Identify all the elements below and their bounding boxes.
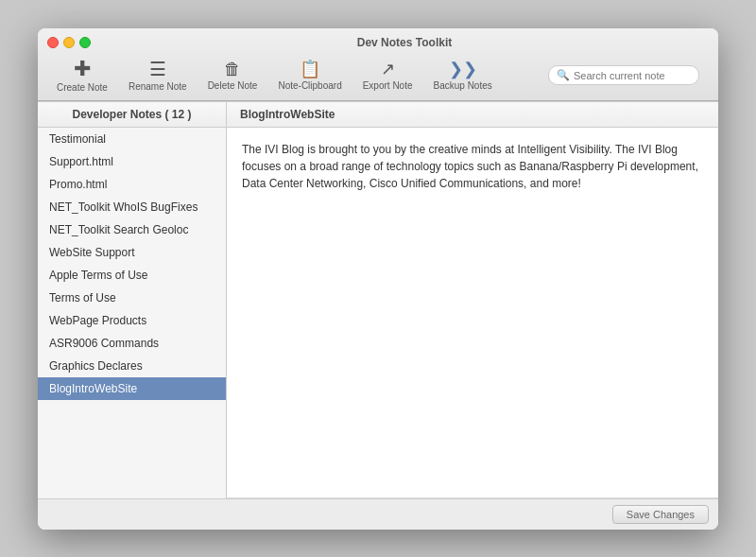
sidebar-item-item-6[interactable]: WebSite Support bbox=[38, 241, 226, 264]
sidebar-item-item-12[interactable]: BlogIntroWebSite bbox=[38, 377, 226, 400]
backup-notes-button[interactable]: ❯❯ Backup Notes bbox=[434, 61, 492, 91]
delete-note-button[interactable]: 🗑 Delete Note bbox=[208, 61, 258, 91]
create-note-label: Create Note bbox=[57, 82, 108, 93]
sidebar-item-item-4[interactable]: NET_Toolkit WhoIS BugFixes bbox=[38, 196, 226, 218]
toolbar-buttons: ✚ Create Note ☰ Rename Note 🗑 Delete Not… bbox=[57, 59, 548, 93]
sidebar-item-item-9[interactable]: WebPage Products bbox=[38, 309, 226, 332]
note-header: BlogIntroWebSite bbox=[227, 102, 718, 127]
rename-note-icon: ☰ bbox=[149, 60, 166, 78]
sidebar-item-item-10[interactable]: ASR9006 Commands bbox=[38, 332, 226, 355]
create-note-button[interactable]: ✚ Create Note bbox=[57, 59, 108, 93]
export-note-button[interactable]: ↗ Export Note bbox=[363, 61, 413, 91]
pane-header: Developer Notes ( 12 ) BlogIntroWebSite bbox=[38, 102, 718, 128]
sidebar-item-item-2[interactable]: Support.html bbox=[38, 150, 226, 173]
search-input[interactable] bbox=[574, 70, 691, 81]
create-note-icon: ✚ bbox=[74, 59, 91, 79]
note-clipboard-label: Note-Clipboard bbox=[278, 80, 341, 91]
main-content: Developer Notes ( 12 ) BlogIntroWebSite … bbox=[38, 101, 718, 530]
app-window: Dev Notes Toolkit ✚ Create Note ☰ Rename… bbox=[38, 28, 718, 530]
search-icon: 🔍 bbox=[557, 69, 570, 81]
export-note-icon: ↗ bbox=[381, 61, 395, 78]
rename-note-label: Rename Note bbox=[129, 81, 187, 92]
bottom-bar: Save Changes bbox=[38, 498, 718, 530]
window-title: Dev Notes Toolkit bbox=[100, 36, 709, 49]
search-box[interactable]: 🔍 bbox=[548, 65, 699, 85]
toolbar: ✚ Create Note ☰ Rename Note 🗑 Delete Not… bbox=[47, 55, 709, 100]
rename-note-button[interactable]: ☰ Rename Note bbox=[129, 60, 187, 92]
sidebar-header: Developer Notes ( 12 ) bbox=[38, 102, 227, 127]
panes: TestimonialSupport.htmlPromo.htmlNET_Too… bbox=[38, 128, 718, 498]
sidebar: TestimonialSupport.htmlPromo.htmlNET_Too… bbox=[38, 128, 227, 498]
sidebar-item-item-3[interactable]: Promo.html bbox=[38, 173, 226, 196]
sidebar-item-item-11[interactable]: Graphics Declares bbox=[38, 355, 226, 377]
sidebar-item-item-7[interactable]: Apple Terms of Use bbox=[38, 264, 226, 287]
sidebar-item-item-5[interactable]: NET_Toolkit Search Geoloc bbox=[38, 218, 226, 241]
backup-notes-icon: ❯❯ bbox=[449, 61, 477, 78]
titlebar: Dev Notes Toolkit ✚ Create Note ☰ Rename… bbox=[38, 28, 718, 101]
delete-note-icon: 🗑 bbox=[224, 61, 241, 78]
note-content[interactable]: The IVI Blog is brought to you by the cr… bbox=[227, 128, 718, 498]
traffic-lights bbox=[47, 37, 91, 48]
note-clipboard-button[interactable]: 📋 Note-Clipboard bbox=[278, 61, 341, 91]
backup-notes-label: Backup Notes bbox=[434, 80, 492, 91]
maximize-button[interactable] bbox=[79, 37, 91, 48]
export-note-label: Export Note bbox=[363, 80, 413, 91]
close-button[interactable] bbox=[47, 37, 59, 48]
note-clipboard-icon: 📋 bbox=[300, 61, 320, 78]
delete-note-label: Delete Note bbox=[208, 80, 258, 91]
sidebar-item-item-1[interactable]: Testimonial bbox=[38, 128, 226, 150]
minimize-button[interactable] bbox=[63, 37, 75, 48]
right-pane: The IVI Blog is brought to you by the cr… bbox=[227, 128, 718, 498]
save-changes-button[interactable]: Save Changes bbox=[612, 505, 709, 524]
sidebar-item-item-8[interactable]: Terms of Use bbox=[38, 287, 226, 309]
